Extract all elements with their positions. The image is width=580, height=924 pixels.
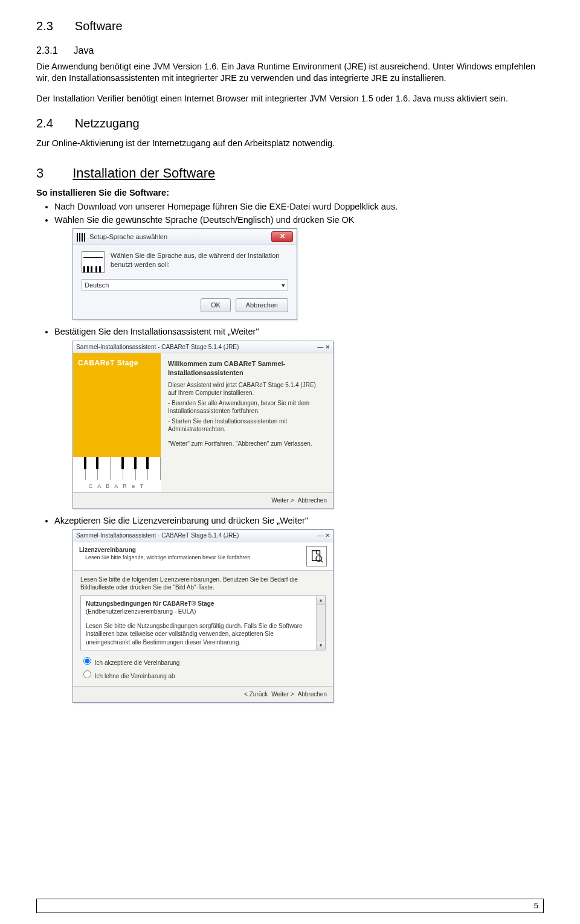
license-instruction: Lesen Sie bitte die folgenden Lizenzvere… [80, 576, 326, 592]
heading-title: Java [74, 44, 94, 57]
cancel-button[interactable]: Abbrechen [298, 690, 327, 699]
paragraph: Zur Online-Aktivierung ist der Internetz… [36, 138, 544, 150]
accept-radio-label: Ich akzeptiere die Vereinbarung [95, 659, 180, 666]
heading-2-3-1: 2.3.1 Java [36, 44, 544, 57]
product-name: CABAReT Stage [73, 353, 161, 368]
eula-subtitle: (Endbenutzerlizenzvereinbarung - EULA) [86, 608, 309, 616]
heading-title: Installation der Software [72, 164, 215, 182]
heading-2-3: 2.3 Software [36, 18, 544, 34]
decline-radio[interactable]: Ich lehne die Vereinbarung ab [80, 669, 326, 681]
dialog-title: Sammel-Installationsassistent - CABAReT … [76, 532, 239, 539]
license-dialog: Sammel-Installationsassistent - CABAReT … [72, 529, 334, 703]
list-item-text: Akzeptieren Sie die Lizenzvereinbarung u… [54, 516, 308, 525]
heading-title: Netzzugang [75, 115, 140, 132]
minimize-icon[interactable]: — [317, 344, 323, 350]
install-steps-list: Nach Download von unserer Homepage führe… [36, 201, 544, 703]
cancel-button[interactable]: Abbrechen [236, 298, 288, 312]
wizard-text: - Starten Sie den Installationsassistent… [168, 417, 326, 434]
license-subheading: Lesen Sie bitte folgende, wichtige Infor… [85, 554, 252, 561]
heading-num: 3 [36, 164, 44, 182]
close-icon[interactable]: ✕ [325, 532, 330, 539]
eula-textbox[interactable]: ▴ ▾ Nutzungsbedingungen für CABAReT® Sta… [80, 595, 326, 651]
minimize-icon[interactable]: — [317, 532, 323, 539]
install-intro: So installieren Sie die Software: [36, 187, 544, 199]
eula-title: Nutzungsbedingungen für CABAReT® Stage [86, 600, 309, 608]
app-icon [77, 233, 85, 242]
wizard-heading: Willkommen zum CABAReT Sammel-Installati… [168, 359, 326, 377]
license-heading: Lizenzvereinbarung [79, 546, 252, 554]
dialog-titlebar: Sammel-Installationsassistent - CABAReT … [73, 341, 333, 354]
heading-num: 2.4 [36, 115, 53, 132]
decline-radio-input[interactable] [83, 670, 91, 678]
list-item: Bestätigen Sie den Installationsassisten… [54, 326, 544, 509]
paragraph: Der Installation Verifier benötigt einen… [36, 93, 544, 105]
wizard-content: Willkommen zum CABAReT Sammel-Installati… [161, 353, 333, 492]
product-letters: C A B A R e T [73, 480, 161, 490]
heading-3: 3 Installation der Software [36, 164, 544, 182]
accept-radio-input[interactable] [83, 657, 91, 665]
accept-radio[interactable]: Ich akzeptiere die Vereinbarung [80, 655, 326, 667]
language-dialog: Setup-Sprache auswählen ✕ Wählen Sie die… [72, 228, 297, 320]
dialog-title: Sammel-Installationsassistent - CABAReT … [76, 344, 239, 350]
decline-radio-label: Ich lehne die Vereinbarung ab [95, 673, 175, 679]
scroll-down-icon[interactable]: ▾ [317, 641, 325, 650]
paragraph: Die Anwendung benötigt eine JVM Version … [36, 61, 544, 85]
piano-graphic: C A B A R e T [73, 457, 161, 492]
heading-num: 2.3 [36, 18, 53, 34]
document-icon [306, 546, 327, 566]
chevron-down-icon: ▾ [282, 281, 285, 290]
svg-line-2 [321, 560, 323, 562]
next-button[interactable]: Weiter > [271, 690, 294, 699]
list-item: Wählen Sie die gewünschte Sprache (Deuts… [54, 214, 544, 320]
list-item-text: Wählen Sie die gewünschte Sprache (Deuts… [54, 215, 355, 225]
dialog-text: Wählen Sie die Sprache aus, die während … [111, 251, 288, 269]
list-item-text: Bestätigen Sie den Installationsassisten… [54, 327, 259, 336]
wizard-sidebar: CABAReT Stage C A B A R e T [73, 353, 161, 492]
wizard-text: Dieser Assistent wird jetzt CABAReT Stag… [168, 381, 326, 397]
welcome-wizard-dialog: Sammel-Installationsassistent - CABAReT … [72, 341, 334, 509]
dialog-titlebar: Setup-Sprache auswählen ✕ [73, 229, 297, 245]
close-icon[interactable]: ✕ [325, 344, 330, 350]
selected-language: Deutsch [85, 281, 109, 290]
dialog-titlebar: Sammel-Installationsassistent - CABAReT … [73, 530, 333, 542]
eula-paragraph: Lesen Sie bitte die Nutzungsbedingungen … [86, 622, 309, 647]
wizard-text: "Weiter" zum Fortfahren. "Abbrechen" zum… [168, 440, 326, 448]
cancel-button[interactable]: Abbrechen [298, 496, 327, 505]
list-item: Akzeptieren Sie die Lizenzvereinbarung u… [54, 515, 544, 703]
scrollbar[interactable]: ▴ ▾ [316, 596, 325, 650]
list-item: Nach Download von unserer Homepage führe… [54, 201, 544, 213]
ok-button[interactable]: OK [201, 298, 231, 312]
next-button[interactable]: Weiter > [271, 496, 294, 505]
heading-num: 2.3.1 [36, 44, 58, 57]
scroll-up-icon[interactable]: ▴ [317, 596, 325, 605]
language-select[interactable]: Deutsch ▾ [82, 279, 288, 291]
close-icon[interactable]: ✕ [271, 231, 293, 242]
piano-icon [82, 251, 105, 273]
heading-title: Software [75, 18, 123, 34]
wizard-text: - Beenden Sie alle Anwendungen, bevor Si… [168, 399, 326, 415]
dialog-title: Setup-Sprache auswählen [89, 233, 167, 240]
heading-2-4: 2.4 Netzzugang [36, 115, 544, 132]
back-button[interactable]: < Zurück [244, 690, 268, 699]
